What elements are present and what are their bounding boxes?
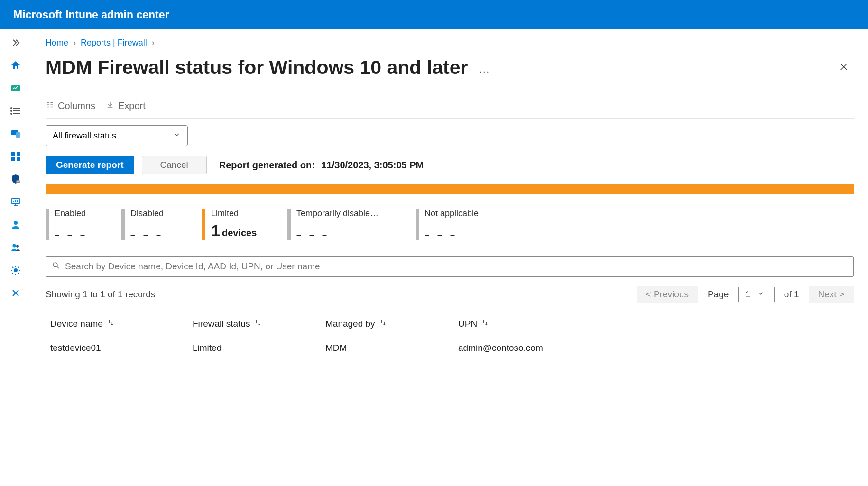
col-label: Device name: [50, 319, 103, 329]
breadcrumb-reports[interactable]: Reports | Firewall: [81, 38, 147, 48]
report-generated-label: Report generated on:: [219, 160, 315, 170]
tile-count: 1: [211, 221, 220, 239]
tile-not-applicable: Not applicable – – –: [416, 209, 501, 240]
app-header: Microsoft Intune admin center: [0, 0, 868, 29]
svg-point-6: [11, 113, 12, 114]
showing-records-label: Showing 1 to 1 of 1 records: [46, 289, 155, 300]
svg-rect-11: [11, 157, 15, 161]
columns-label: Columns: [58, 101, 95, 111]
more-icon[interactable]: ···: [479, 66, 490, 77]
tools-icon[interactable]: [9, 286, 22, 300]
page-number: 1: [745, 289, 750, 300]
tile-limited: Limited 1devices: [202, 209, 273, 240]
export-button[interactable]: Export: [106, 101, 146, 111]
close-icon[interactable]: [839, 62, 849, 74]
home-icon[interactable]: [9, 59, 22, 72]
status-tiles: Enabled – – – Disabled – – – Limited 1de…: [46, 209, 854, 240]
page-title: MDM Firewall status for Windows 10 and l…: [46, 56, 468, 79]
breadcrumb: Home › Reports | Firewall ›: [46, 38, 854, 48]
progress-bar: [46, 184, 854, 194]
shield-icon[interactable]: [9, 173, 22, 186]
tile-unit: devices: [222, 228, 257, 238]
apps-icon[interactable]: [9, 150, 22, 163]
cancel-button[interactable]: Cancel: [142, 156, 207, 174]
dashboard-icon[interactable]: [9, 82, 22, 95]
svg-point-16: [12, 244, 16, 248]
tile-label: Enabled: [55, 209, 88, 219]
tile-value: – – –: [296, 230, 382, 240]
chevron-down-icon: [757, 289, 765, 300]
chevron-right-icon: ›: [152, 38, 155, 48]
filter-row: All firewall status: [46, 125, 854, 146]
col-managed-by[interactable]: Managed by: [325, 319, 458, 329]
col-upn[interactable]: UPN: [458, 319, 849, 329]
col-firewall-status[interactable]: Firewall status: [193, 319, 325, 329]
search-box[interactable]: [46, 256, 854, 277]
svg-point-4: [11, 108, 12, 109]
columns-icon: [46, 101, 54, 111]
cell-firewall-status: Limited: [193, 343, 325, 353]
svg-point-17: [16, 245, 19, 248]
list-icon[interactable]: [9, 104, 22, 118]
svg-point-25: [53, 263, 57, 267]
generate-report-button[interactable]: Generate report: [46, 156, 134, 174]
report-generated-meta: Report generated on: 11/30/2023, 3:05:05…: [219, 160, 424, 171]
tile-bar: [121, 209, 125, 240]
tile-disabled: Disabled – – –: [121, 209, 188, 240]
svg-point-5: [11, 110, 12, 111]
search-icon: [52, 261, 60, 272]
download-icon: [106, 101, 114, 111]
page-select[interactable]: 1: [738, 287, 775, 302]
tenant-admin-icon[interactable]: [9, 264, 22, 277]
next-page-button[interactable]: Next >: [809, 286, 854, 303]
cell-upn: admin@contoso.com: [458, 343, 849, 353]
svg-point-15: [14, 221, 18, 225]
groups-icon[interactable]: [9, 241, 22, 254]
tile-value: – – –: [130, 230, 164, 240]
tile-label: Not applicable: [425, 209, 479, 219]
table-row[interactable]: testdevice01 Limited MDM admin@contoso.c…: [46, 336, 854, 360]
svg-point-18: [14, 268, 18, 272]
col-label: Firewall status: [193, 319, 250, 329]
tile-value: 1devices: [211, 221, 257, 240]
tile-bar: [416, 209, 419, 240]
cell-managed-by: MDM: [325, 343, 458, 353]
tile-enabled: Enabled – – –: [46, 209, 107, 240]
tile-label: Limited: [211, 209, 257, 219]
expand-rail-icon[interactable]: [9, 36, 22, 49]
status-filter-select[interactable]: All firewall status: [46, 125, 188, 146]
previous-page-button[interactable]: < Previous: [637, 286, 698, 303]
tile-value: – – –: [55, 230, 88, 240]
main-content: Home › Reports | Firewall › MDM Firewall…: [31, 29, 868, 486]
filter-selected-label: All firewall status: [53, 131, 116, 141]
paging-row: Showing 1 to 1 of 1 records < Previous P…: [46, 286, 854, 303]
col-device-name[interactable]: Device name: [50, 319, 193, 329]
app-title: Microsoft Intune admin center: [13, 9, 169, 21]
search-input[interactable]: [65, 261, 848, 272]
table-header-row: Device name Firewall status Managed by U…: [46, 312, 854, 336]
nav-rail: [0, 29, 31, 486]
tile-label: Disabled: [130, 209, 164, 219]
user-icon[interactable]: [9, 218, 22, 231]
col-label: Managed by: [325, 319, 375, 329]
svg-rect-8: [16, 132, 20, 138]
tile-temp-disabled: Temporarily disabled (def… – – –: [287, 209, 401, 240]
breadcrumb-home[interactable]: Home: [46, 38, 68, 48]
export-label: Export: [118, 101, 146, 111]
page-title-row: MDM Firewall status for Windows 10 and l…: [46, 56, 854, 79]
tile-label: Temporarily disabled (def…: [296, 209, 382, 219]
svg-rect-12: [17, 157, 20, 161]
toolbar: Columns Export: [46, 101, 854, 119]
columns-button[interactable]: Columns: [46, 101, 95, 111]
tile-bar: [287, 209, 291, 240]
svg-rect-9: [11, 152, 15, 156]
generate-row: Generate report Cancel Report generated …: [46, 156, 854, 174]
sort-icon: [379, 319, 387, 329]
report-generated-value: 11/30/2023, 3:05:05 PM: [322, 160, 424, 170]
chevron-down-icon: [173, 131, 181, 141]
page-label: Page: [708, 289, 729, 300]
cell-device-name: testdevice01: [50, 343, 193, 353]
reports-icon[interactable]: [9, 195, 22, 209]
devices-icon[interactable]: [9, 127, 22, 140]
sort-icon: [481, 319, 489, 329]
